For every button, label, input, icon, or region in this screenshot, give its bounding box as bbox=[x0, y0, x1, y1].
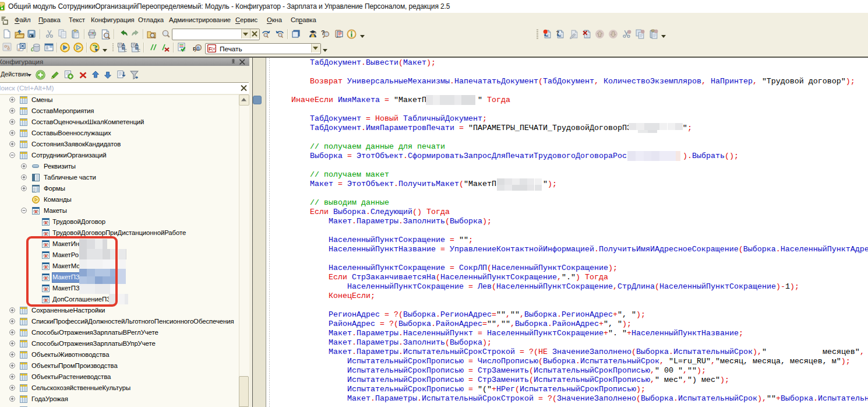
svg-text:(): () bbox=[196, 45, 200, 51]
svg-text:?: ? bbox=[556, 29, 560, 36]
svg-text:(x): (x) bbox=[211, 46, 216, 51]
svg-text:C: C bbox=[137, 48, 140, 52]
svg-text:C: C bbox=[124, 48, 127, 52]
